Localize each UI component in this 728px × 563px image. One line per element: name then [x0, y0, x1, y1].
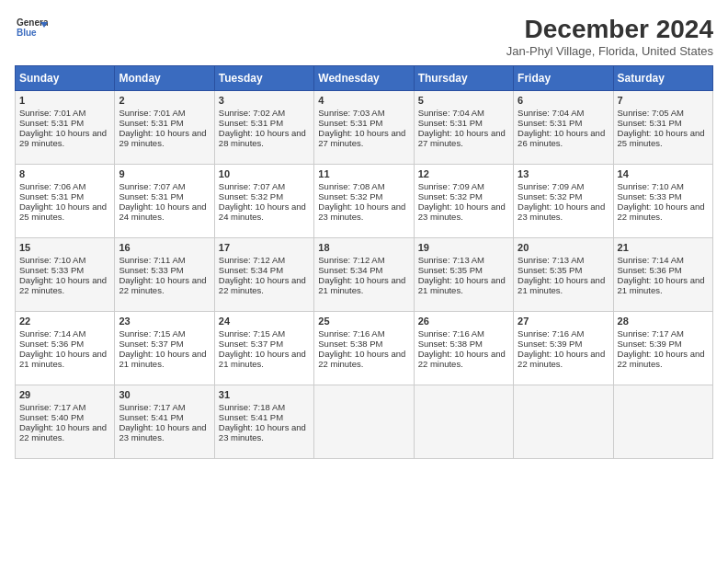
day-info: Sunset: 5:32 PM — [318, 191, 409, 201]
day-info: Daylight: 10 hours and 21 minutes. — [119, 349, 210, 369]
day-info: Sunset: 5:31 PM — [318, 118, 409, 128]
day-info: Sunset: 5:35 PM — [418, 265, 509, 275]
header-saturday: Saturday — [613, 66, 712, 91]
day-info: Daylight: 10 hours and 27 minutes. — [418, 128, 509, 148]
calendar-header: Sunday Monday Tuesday Wednesday Thursday… — [16, 66, 713, 91]
day-info: Daylight: 10 hours and 21 minutes. — [418, 275, 509, 295]
day-info: Sunrise: 7:03 AM — [318, 108, 409, 118]
day-info: Sunrise: 7:18 AM — [219, 402, 310, 412]
table-row: 31Sunrise: 7:18 AMSunset: 5:41 PMDayligh… — [214, 385, 313, 459]
table-row: 18Sunrise: 7:12 AMSunset: 5:34 PMDayligh… — [314, 238, 414, 312]
day-number: 21 — [618, 242, 709, 253]
page-header: General Blue December 2024 Jan-Phyl Vill… — [15, 15, 713, 58]
day-info: Sunset: 5:33 PM — [119, 265, 210, 275]
day-number: 18 — [318, 242, 409, 253]
table-row: 10Sunrise: 7:07 AMSunset: 5:32 PMDayligh… — [214, 165, 313, 238]
day-info: Daylight: 10 hours and 24 minutes. — [119, 201, 210, 222]
day-number: 13 — [518, 168, 609, 179]
day-info: Daylight: 10 hours and 22 minutes. — [119, 275, 210, 295]
day-info: Daylight: 10 hours and 25 minutes. — [19, 201, 110, 222]
table-row: 8Sunrise: 7:06 AMSunset: 5:31 PMDaylight… — [16, 165, 115, 238]
day-number: 1 — [19, 95, 110, 106]
header-sunday: Sunday — [16, 66, 115, 91]
logo: General Blue — [15, 15, 48, 40]
day-info: Daylight: 10 hours and 21 minutes. — [618, 275, 709, 295]
day-info: Sunrise: 7:05 AM — [618, 108, 709, 118]
day-info: Daylight: 10 hours and 27 minutes. — [318, 128, 409, 148]
day-info: Daylight: 10 hours and 23 minutes. — [318, 201, 409, 222]
day-info: Sunset: 5:37 PM — [219, 339, 310, 349]
day-info: Sunset: 5:33 PM — [19, 265, 110, 275]
table-row: 28Sunrise: 7:17 AMSunset: 5:39 PMDayligh… — [613, 312, 712, 385]
day-info: Sunrise: 7:13 AM — [418, 255, 509, 265]
table-row: 25Sunrise: 7:16 AMSunset: 5:38 PMDayligh… — [314, 312, 414, 385]
logo-icon: General Blue — [15, 15, 48, 40]
day-info: Sunset: 5:31 PM — [19, 118, 110, 128]
day-info: Daylight: 10 hours and 24 minutes. — [219, 201, 310, 222]
day-number: 15 — [19, 242, 110, 253]
day-info: Sunrise: 7:14 AM — [19, 328, 110, 339]
table-row: 7Sunrise: 7:05 AMSunset: 5:31 PMDaylight… — [613, 91, 712, 165]
day-info: Sunset: 5:33 PM — [618, 191, 709, 201]
day-info: Sunset: 5:31 PM — [618, 118, 709, 128]
day-info: Sunset: 5:34 PM — [318, 265, 409, 275]
day-number: 23 — [119, 316, 210, 327]
day-info: Daylight: 10 hours and 22 minutes. — [19, 422, 110, 442]
day-info: Sunrise: 7:07 AM — [219, 181, 310, 191]
day-number: 30 — [119, 389, 210, 400]
calendar-table: Sunday Monday Tuesday Wednesday Thursday… — [15, 65, 713, 459]
header-thursday: Thursday — [414, 66, 513, 91]
day-number: 5 — [418, 95, 509, 106]
day-number: 25 — [318, 316, 409, 327]
table-row: 1Sunrise: 7:01 AMSunset: 5:31 PMDaylight… — [16, 91, 115, 165]
table-row — [514, 385, 613, 459]
table-row: 15Sunrise: 7:10 AMSunset: 5:33 PMDayligh… — [16, 238, 115, 312]
day-info: Sunset: 5:41 PM — [119, 412, 210, 422]
day-info: Sunset: 5:31 PM — [119, 118, 210, 128]
day-info: Sunset: 5:32 PM — [418, 191, 509, 201]
day-info: Sunset: 5:39 PM — [618, 339, 709, 349]
day-number: 24 — [219, 316, 310, 327]
day-info: Daylight: 10 hours and 26 minutes. — [518, 128, 609, 148]
day-info: Daylight: 10 hours and 22 minutes. — [618, 349, 709, 369]
day-number: 12 — [418, 168, 509, 179]
day-info: Sunset: 5:36 PM — [19, 339, 110, 349]
day-info: Sunrise: 7:02 AM — [219, 108, 310, 118]
calendar-body: 1Sunrise: 7:01 AMSunset: 5:31 PMDaylight… — [16, 91, 713, 459]
day-info: Sunset: 5:32 PM — [219, 191, 310, 201]
day-info: Sunrise: 7:17 AM — [19, 402, 110, 412]
table-row: 5Sunrise: 7:04 AMSunset: 5:31 PMDaylight… — [414, 91, 513, 165]
day-info: Sunrise: 7:17 AM — [119, 402, 210, 412]
table-row — [613, 385, 712, 459]
table-row: 24Sunrise: 7:15 AMSunset: 5:37 PMDayligh… — [214, 312, 313, 385]
day-info: Sunrise: 7:08 AM — [318, 181, 409, 191]
table-row: 26Sunrise: 7:16 AMSunset: 5:38 PMDayligh… — [414, 312, 513, 385]
day-info: Daylight: 10 hours and 22 minutes. — [219, 275, 310, 295]
day-info: Sunrise: 7:15 AM — [119, 328, 210, 339]
day-info: Sunset: 5:41 PM — [219, 412, 310, 422]
day-info: Sunrise: 7:17 AM — [618, 328, 709, 339]
day-number: 27 — [518, 316, 609, 327]
table-row: 16Sunrise: 7:11 AMSunset: 5:33 PMDayligh… — [115, 238, 214, 312]
table-row: 4Sunrise: 7:03 AMSunset: 5:31 PMDaylight… — [314, 91, 414, 165]
day-info: Daylight: 10 hours and 29 minutes. — [119, 128, 210, 148]
day-info: Sunrise: 7:09 AM — [518, 181, 609, 191]
day-info: Sunrise: 7:01 AM — [119, 108, 210, 118]
day-info: Daylight: 10 hours and 21 minutes. — [318, 275, 409, 295]
day-info: Sunrise: 7:12 AM — [318, 255, 409, 265]
header-monday: Monday — [115, 66, 214, 91]
day-info: Sunset: 5:31 PM — [219, 118, 310, 128]
table-row: 14Sunrise: 7:10 AMSunset: 5:33 PMDayligh… — [613, 165, 712, 238]
header-friday: Friday — [514, 66, 613, 91]
day-info: Sunset: 5:36 PM — [618, 265, 709, 275]
day-info: Sunset: 5:37 PM — [119, 339, 210, 349]
day-info: Sunset: 5:40 PM — [19, 412, 110, 422]
table-row: 11Sunrise: 7:08 AMSunset: 5:32 PMDayligh… — [314, 165, 414, 238]
day-info: Sunrise: 7:16 AM — [518, 328, 609, 339]
day-info: Sunset: 5:39 PM — [518, 339, 609, 349]
day-number: 8 — [19, 168, 110, 179]
day-number: 20 — [518, 242, 609, 253]
day-info: Sunrise: 7:10 AM — [19, 255, 110, 265]
table-row: 27Sunrise: 7:16 AMSunset: 5:39 PMDayligh… — [514, 312, 613, 385]
day-info: Daylight: 10 hours and 22 minutes. — [318, 349, 409, 369]
